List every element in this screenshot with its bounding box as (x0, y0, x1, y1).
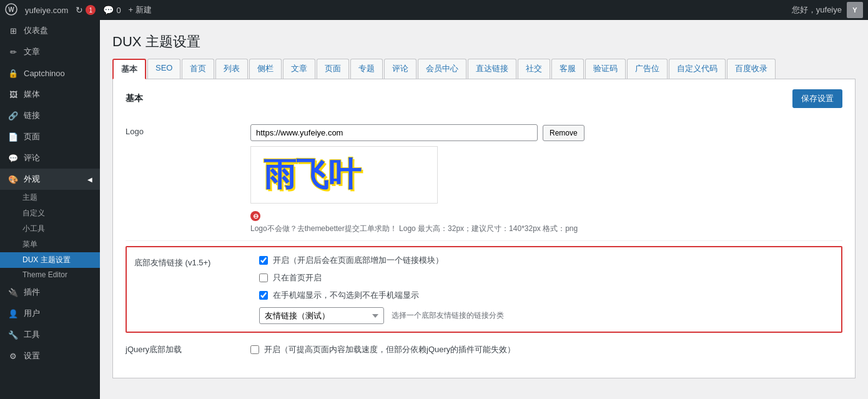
jquery-content: 开启（可提高页面内容加载速度，但部分依赖jQuery的插件可能失效） (250, 344, 515, 362)
tab-baidu[interactable]: 百度收录 (727, 59, 776, 79)
checkbox-enable[interactable] (259, 256, 268, 265)
comments-count: 0 (116, 6, 121, 15)
tab-basic[interactable]: 基本 (112, 59, 146, 79)
dashboard-icon: ⊞ (7, 25, 19, 36)
svg-text:W: W (8, 6, 14, 13)
pages-icon: 📄 (7, 131, 19, 142)
sidebar-comments-label: 评论 (24, 152, 40, 164)
sidebar-settings-label: 设置 (24, 350, 40, 362)
tab-member[interactable]: 会员中心 (418, 59, 466, 79)
comments-item[interactable]: 💬 0 (103, 5, 121, 15)
tabs-bar: 基本 SEO 首页 列表 侧栏 文章 页面 专题 评论 会员中心 直达链接 社交… (112, 59, 856, 79)
wordpress-logo-icon[interactable]: W (5, 3, 17, 17)
links-icon: 🔗 (7, 110, 19, 121)
sidebar-posts-label: 文章 (24, 46, 40, 57)
tab-seo[interactable]: SEO (147, 59, 180, 79)
sidebar-pages-label: 页面 (24, 131, 40, 142)
panel-header: 基本 保存设置 (126, 89, 842, 108)
jquery-checkbox-row: 开启（可提高页面内容加载速度，但部分依赖jQuery的插件可能失效） (250, 344, 515, 355)
tab-special[interactable]: 专题 (350, 59, 383, 79)
sidebar-links-label: 链接 (24, 110, 40, 121)
category-dropdown[interactable]: 友情链接（测试） (259, 307, 384, 324)
top-bar: W yufeiye.com ↻ 1 💬 0 + 新建 您好，yufeiye Y (0, 0, 868, 20)
logo-hint: Logo不会做？去themebetter提交工单求助！ Logo 最大高：32p… (250, 224, 842, 234)
jquery-checkbox-label: 开启（可提高页面内容加载速度，但部分依赖jQuery的插件可能失效） (264, 344, 515, 355)
tab-captcha[interactable]: 验证码 (585, 59, 626, 79)
sidebar-item-plugins[interactable]: 🔌 插件 (0, 282, 100, 303)
logo-input-row: Remove (250, 124, 842, 141)
new-item[interactable]: + 新建 (129, 4, 152, 16)
sidebar-item-captchinoo[interactable]: 🔒 Captchinoo (0, 62, 100, 84)
tab-home[interactable]: 首页 (182, 59, 214, 79)
tab-direct-link[interactable]: 直达链接 (468, 59, 516, 79)
sidebar: ⊞ 仪表盘 ✏ 文章 🔒 Captchinoo 🖼 媒体 🔗 链接 📄 页面 💬… (0, 20, 100, 399)
tab-custom-code[interactable]: 自定义代码 (669, 59, 726, 79)
sidebar-sub-widgets[interactable]: 小工具 (0, 221, 100, 237)
logo-input[interactable] (250, 124, 538, 141)
sidebar-item-media[interactable]: 🖼 媒体 (0, 84, 100, 105)
posts-icon: ✏ (7, 46, 19, 57)
logo-content: Remove 雨飞叶 ⊖ Logo不会做？去themebetter提交工单求助！… (250, 124, 842, 234)
sidebar-captchinoo-label: Captchinoo (24, 69, 65, 78)
plugins-icon: 🔌 (7, 287, 19, 298)
appearance-icon: 🎨 (7, 174, 19, 185)
sidebar-item-settings[interactable]: ⚙ 设置 (0, 345, 100, 367)
tab-ads[interactable]: 广告位 (627, 59, 668, 79)
sidebar-plugins-label: 插件 (24, 287, 40, 298)
sidebar-sub-menus[interactable]: 菜单 (0, 237, 100, 252)
greeting-text: 您好，yufeiye (792, 4, 842, 16)
checkbox-row-3: 在手机端显示，不勾选则不在手机端显示 (259, 290, 834, 301)
sidebar-item-posts[interactable]: ✏ 文章 (0, 41, 100, 62)
site-name[interactable]: yufeiye.com (25, 6, 68, 15)
tab-article[interactable]: 文章 (283, 59, 315, 79)
checkbox-mobile[interactable] (259, 291, 268, 300)
sidebar-item-tools[interactable]: 🔧 工具 (0, 324, 100, 345)
sidebar-item-pages[interactable]: 📄 页面 (0, 126, 100, 147)
users-icon: 👤 (7, 308, 19, 319)
tab-list[interactable]: 列表 (215, 59, 248, 79)
sidebar-item-appearance[interactable]: 🎨 外观 ◀ (0, 169, 100, 190)
page-title: DUX 主题设置 (112, 32, 856, 51)
appearance-submenu: 主题 自定义 小工具 菜单 DUX 主题设置 Theme Editor (0, 190, 100, 282)
sidebar-sub-theme-editor[interactable]: Theme Editor (0, 268, 100, 282)
tab-sidebar[interactable]: 侧栏 (249, 59, 282, 79)
logo-preview: 雨飞叶 (250, 146, 438, 204)
updates-badge: 1 (86, 5, 96, 15)
main-layout: ⊞ 仪表盘 ✏ 文章 🔒 Captchinoo 🖼 媒体 🔗 链接 📄 页面 💬… (0, 20, 868, 399)
captchinoo-icon: 🔒 (7, 67, 19, 79)
remove-button[interactable]: Remove (543, 125, 584, 141)
new-label: + 新建 (129, 4, 152, 16)
sidebar-sub-theme[interactable]: 主题 (0, 190, 100, 205)
checkbox-enable-label: 开启（开启后会在页面底部增加一个链接模块） (273, 255, 443, 266)
chevron-right-icon: ◀ (87, 176, 92, 183)
sidebar-item-users[interactable]: 👤 用户 (0, 303, 100, 324)
media-icon: 🖼 (7, 89, 19, 100)
jquery-label: jQuery底部加载 (126, 344, 238, 355)
sidebar-item-comments[interactable]: 💬 评论 (0, 147, 100, 169)
sidebar-users-label: 用户 (24, 308, 40, 319)
tab-comments[interactable]: 评论 (384, 59, 417, 79)
settings-panel: 基本 保存设置 Logo Remove 雨飞叶 ⊖ Lo (112, 79, 856, 378)
logo-form-row: Logo Remove 雨飞叶 ⊖ Logo不会做？去themebetter提交… (126, 118, 842, 241)
tab-page[interactable]: 页面 (317, 59, 349, 79)
checkbox-mobile-label: 在手机端显示，不勾选则不在手机端显示 (273, 290, 419, 301)
tab-social[interactable]: 社交 (518, 59, 550, 79)
logo-text: 雨飞叶 (264, 156, 361, 192)
updates-item[interactable]: ↻ 1 (76, 5, 96, 15)
sidebar-sub-customize[interactable]: 自定义 (0, 205, 100, 221)
tab-support[interactable]: 客服 (551, 59, 584, 79)
sidebar-item-links[interactable]: 🔗 链接 (0, 105, 100, 126)
sidebar-sub-dux[interactable]: DUX 主题设置 (0, 252, 100, 268)
content-area: DUX 主题设置 基本 SEO 首页 列表 侧栏 文章 页面 专题 评论 会员中… (100, 20, 868, 399)
jquery-checkbox[interactable] (250, 345, 259, 354)
checkbox-homepage-only[interactable] (259, 273, 268, 282)
sidebar-item-dashboard[interactable]: ⊞ 仪表盘 (0, 20, 100, 41)
jquery-row: jQuery底部加载 开启（可提高页面内容加载速度，但部分依赖jQuery的插件… (126, 338, 842, 368)
save-button[interactable]: 保存设置 (792, 89, 842, 108)
friendship-links-row: 底部友情链接 (v1.5+) 开启（开启后会在页面底部增加一个链接模块） 只在首… (126, 246, 842, 333)
dropdown-hint: 选择一个底部友情链接的链接分类 (392, 310, 504, 321)
sidebar-appearance-label: 外观 (24, 174, 40, 185)
checkbox-row-1: 开启（开启后会在页面底部增加一个链接模块） (259, 255, 834, 266)
friendship-links-content: 开启（开启后会在页面底部增加一个链接模块） 只在首页开启 在手机端显示，不勾选则… (259, 255, 834, 324)
avatar[interactable]: Y (847, 2, 863, 18)
